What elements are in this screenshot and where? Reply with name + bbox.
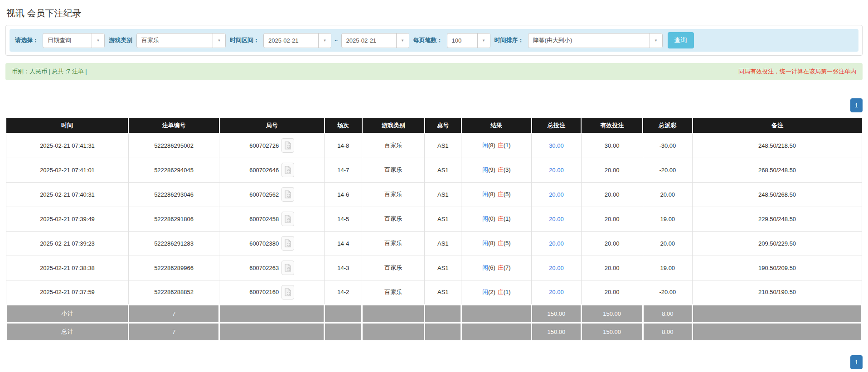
- total-count: 7: [128, 323, 219, 341]
- pagination-bottom: 1: [5, 355, 863, 369]
- video-file-icon: [284, 288, 291, 296]
- game-type: 百家乐: [362, 207, 425, 231]
- empty-cell: [461, 323, 532, 341]
- column-header: 游戏类别: [362, 118, 425, 133]
- game-type: 百家乐: [362, 158, 425, 182]
- subtotal-label: 小计: [6, 304, 129, 323]
- result-cell: 闲(8)庄(5): [461, 182, 532, 207]
- video-replay-button[interactable]: [281, 285, 294, 300]
- bet-time: 2025-02-21 07:37:59: [6, 280, 129, 304]
- result-banker-label: 庄: [498, 191, 504, 198]
- total-valid-bet: 150.00: [581, 323, 643, 341]
- column-header: 场次: [325, 118, 362, 133]
- result-banker-label: 庄: [498, 215, 504, 222]
- pagination-page-1-button[interactable]: 1: [850, 98, 863, 112]
- time-sort-select[interactable]: 降冪(由大到小) ▾: [528, 33, 663, 48]
- result-banker-points: (5): [504, 240, 511, 246]
- video-file-icon: [284, 190, 291, 198]
- result-cell: 闲(0)庄(1): [461, 207, 532, 231]
- video-replay-button[interactable]: [281, 261, 294, 275]
- table-number: AS1: [425, 133, 461, 158]
- empty-cell: [461, 304, 532, 323]
- valid-bet-notice-text: 同局有效投注，统一计算在该局第一张注单内: [738, 68, 856, 76]
- column-header: 桌号: [425, 118, 461, 133]
- video-replay-button[interactable]: [281, 163, 294, 177]
- video-replay-button[interactable]: [281, 212, 294, 226]
- header-row: 时间注单编号局号场次游戏类别桌号结果总投注有效投注总派彩备注: [6, 118, 862, 133]
- valid-bet: 20.00: [581, 182, 643, 207]
- round-id: 600702263: [249, 265, 279, 271]
- total-bet-cell: 20.00: [532, 158, 582, 182]
- result-player-points: (8): [488, 240, 495, 246]
- video-replay-button[interactable]: [281, 187, 294, 202]
- bet-id: 522286291806: [128, 207, 219, 231]
- total-bet-link[interactable]: 20.00: [549, 167, 564, 174]
- valid-bet: 30.00: [581, 133, 643, 158]
- total-payout-value: 19.00: [643, 207, 693, 231]
- bet-time: 2025-02-21 07:38:38: [6, 256, 129, 280]
- game-type: 百家乐: [362, 182, 425, 207]
- time-sort-value: 降冪(由大到小): [529, 36, 572, 44]
- bet-id: 522286293046: [128, 182, 219, 207]
- query-type-select[interactable]: 日期查询 ▾: [43, 33, 105, 48]
- result-banker-label: 庄: [498, 264, 504, 271]
- pagination-top: 1: [5, 98, 863, 112]
- date-range-separator: ~: [335, 37, 338, 44]
- date-to-select[interactable]: 2025-02-21 ▾: [341, 33, 409, 48]
- round-id: 600702458: [249, 216, 279, 222]
- subtotal-payout: 8.00: [643, 304, 693, 323]
- bet-time: 2025-02-21 07:39:49: [6, 207, 129, 231]
- empty-cell: [219, 304, 325, 323]
- total-total-bet: 150.00: [532, 323, 582, 341]
- result-player-points: (8): [488, 142, 495, 149]
- round-id: 600702646: [249, 167, 279, 174]
- session-number: 14-7: [325, 158, 362, 182]
- bet-id: 522286289966: [128, 256, 219, 280]
- date-from-value: 2025-02-21: [264, 37, 299, 44]
- column-header: 总派彩: [643, 118, 693, 133]
- result-banker-points: (7): [504, 264, 511, 271]
- column-header: 总投注: [532, 118, 582, 133]
- remark: 248.50/218.50: [693, 133, 862, 158]
- total-bet-link[interactable]: 20.00: [549, 240, 564, 247]
- chevron-down-icon: ▾: [213, 34, 225, 48]
- result-banker-points: (5): [504, 191, 511, 198]
- result-player-label: 闲: [482, 142, 488, 149]
- empty-cell: [425, 323, 461, 341]
- result-banker-points: (1): [504, 289, 511, 295]
- total-label: 总计: [6, 323, 129, 341]
- total-bet-link[interactable]: 20.00: [549, 191, 564, 198]
- game-type-label: 游戏类别: [109, 36, 132, 44]
- total-bet-link[interactable]: 30.00: [549, 142, 564, 149]
- round-id: 600702726: [249, 142, 279, 149]
- video-replay-button[interactable]: [281, 236, 294, 251]
- column-header: 有效投注: [581, 118, 643, 133]
- valid-bet: 20.00: [581, 256, 643, 280]
- total-bet-link[interactable]: 20.00: [549, 265, 564, 271]
- currency-summary-text: 币别：人民币 | 总共 :7 注单 |: [12, 68, 87, 76]
- bet-time: 2025-02-21 07:39:23: [6, 231, 129, 256]
- round-id: 600702562: [249, 191, 279, 198]
- valid-bet: 20.00: [581, 231, 643, 256]
- column-header: 注单编号: [128, 118, 219, 133]
- session-number: 14-4: [325, 231, 362, 256]
- table-summary: 小计 7 150.00 150.00 8.00 总计 7 15: [6, 304, 862, 341]
- round-cell: 600702458: [219, 207, 325, 231]
- result-banker-label: 庄: [498, 142, 504, 149]
- pagination-page-1-button[interactable]: 1: [850, 355, 863, 369]
- page-size-select[interactable]: 100 ▾: [447, 33, 490, 48]
- game-type: 百家乐: [362, 280, 425, 304]
- date-from-select[interactable]: 2025-02-21 ▾: [263, 33, 331, 48]
- chevron-down-icon: ▾: [477, 34, 490, 48]
- empty-cell: [693, 323, 862, 341]
- search-button[interactable]: 查询: [668, 32, 694, 48]
- result-player-points: (8): [488, 191, 495, 198]
- video-replay-button[interactable]: [281, 138, 294, 153]
- session-number: 14-2: [325, 280, 362, 304]
- empty-cell: [325, 323, 362, 341]
- total-bet-link[interactable]: 20.00: [549, 216, 564, 222]
- valid-bet: 20.00: [581, 207, 643, 231]
- total-bet-link[interactable]: 20.00: [549, 289, 564, 295]
- game-type-select[interactable]: 百家乐 ▾: [136, 33, 226, 48]
- result-cell: 闲(8)庄(1): [461, 133, 532, 158]
